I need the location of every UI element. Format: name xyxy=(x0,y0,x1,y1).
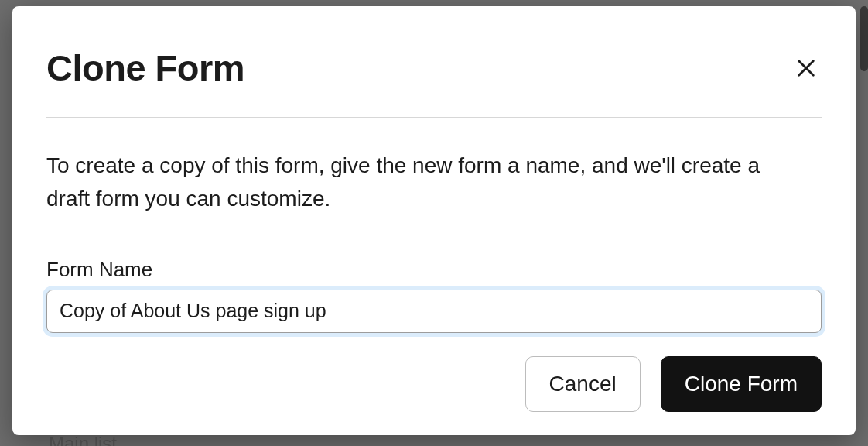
dialog-title: Clone Form xyxy=(46,46,244,89)
clone-form-button[interactable]: Clone Form xyxy=(661,356,822,412)
clone-form-dialog: Clone Form To create a copy of this form… xyxy=(12,6,856,435)
form-name-label: Form Name xyxy=(46,258,822,282)
dialog-header: Clone Form xyxy=(12,6,856,117)
dialog-description: To create a copy of this form, give the … xyxy=(46,149,805,216)
cancel-button[interactable]: Cancel xyxy=(525,356,641,412)
page-scrollbar[interactable] xyxy=(860,6,868,71)
dialog-footer: Cancel Clone Form xyxy=(525,356,822,412)
close-button[interactable] xyxy=(791,53,822,84)
dialog-body: To create a copy of this form, give the … xyxy=(12,118,856,333)
form-name-input[interactable] xyxy=(46,290,822,333)
form-name-input-wrap xyxy=(46,290,822,333)
close-icon xyxy=(795,70,817,81)
